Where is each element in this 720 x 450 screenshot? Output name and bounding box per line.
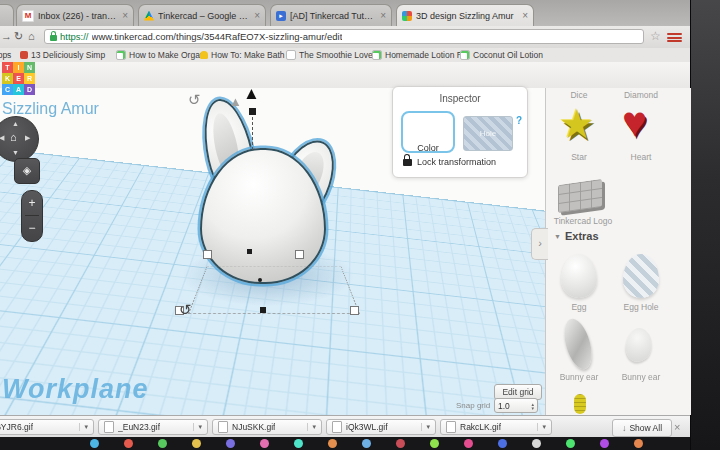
address-bar[interactable]: https:// www.tinkercad.com/things/3544Ra… (44, 29, 644, 44)
bookmark-favicon (20, 51, 28, 59)
workplane-label: Workplane (2, 374, 149, 405)
inspector-panel: Inspector Color Hole ? Lock transformati… (392, 86, 528, 178)
screen: M Inbox (226) - tran.cao × Tinkercad – G… (0, 0, 720, 450)
bookmark-apps[interactable]: Apps (0, 50, 11, 60)
download-chip[interactable]: RakcLK.gif ▾ (440, 419, 552, 435)
chevron-down-icon[interactable]: ▾ (79, 423, 88, 431)
extras-section-header[interactable]: ▼ Extras (554, 230, 599, 242)
zoom-controls[interactable]: + − (21, 190, 43, 242)
show-all-downloads-button[interactable]: ↓ Show All (612, 419, 672, 437)
download-chip[interactable]: U6YJR6.gif ▾ (0, 419, 94, 435)
arrow-down-icon[interactable]: ▼ (12, 149, 19, 156)
chevron-down-icon[interactable]: ▾ (307, 423, 316, 431)
shape-label-tinkercad-logo[interactable]: Tinkercad Logo (548, 216, 618, 226)
bunny-ear-shape-thumb[interactable] (624, 326, 654, 363)
close-icon[interactable]: × (522, 11, 528, 21)
partial-tab[interactable] (0, 4, 14, 26)
forward-icon[interactable]: → (1, 30, 12, 42)
inspector-title: Inspector (393, 93, 527, 104)
zoom-in-button[interactable]: + (22, 191, 42, 215)
egg-hole-shape-thumb[interactable] (623, 254, 659, 298)
sidebar-collapse-button[interactable]: › (531, 228, 548, 260)
view-cube-button[interactable]: ◈ (14, 158, 40, 184)
bunny-ear-shape-thumb[interactable] (559, 316, 596, 373)
file-icon (218, 421, 228, 433)
tab-inbox[interactable]: M Inbox (226) - tran.cao × (16, 4, 134, 26)
zoom-out-button[interactable]: − (22, 216, 42, 240)
bookmark-item[interactable]: How to Make Organ (116, 50, 205, 60)
bell-icon (200, 51, 208, 59)
mid-handle[interactable] (247, 249, 252, 254)
download-icon: ↓ (622, 423, 627, 433)
tab-drive[interactable]: Tinkercad – Google Drive × (138, 4, 266, 26)
bookmark-item[interactable]: Coconut Oil Lotion (460, 50, 543, 60)
arrow-up-icon[interactable]: ▲ (12, 120, 19, 127)
shape-label-egg-hole[interactable]: Egg Hole (610, 302, 672, 312)
download-chip[interactable]: NJuSKK.gif ▾ (212, 419, 322, 435)
egg-shape-thumb[interactable] (561, 254, 597, 298)
close-icon[interactable]: × (674, 421, 680, 433)
arrow-right-icon[interactable]: ▶ (25, 134, 30, 142)
scale-handle[interactable] (295, 250, 304, 259)
snap-grid-select[interactable]: 1.0 ▴▾ (494, 398, 538, 413)
rotate-handle-icon[interactable]: ↺ (188, 93, 201, 107)
color-button[interactable]: Color (401, 111, 455, 153)
design-title: Sizzling Amur (2, 100, 99, 118)
close-icon[interactable]: × (122, 11, 128, 21)
bookmark-star-icon[interactable]: ☆ (650, 29, 661, 43)
chevron-down-icon[interactable]: ▾ (537, 423, 546, 431)
stepper-icon[interactable]: ▴▾ (531, 402, 534, 410)
move-up-arrow-icon[interactable]: ▲ (243, 88, 260, 102)
lock-transformation[interactable]: Lock transformation (403, 157, 496, 167)
lock-icon (403, 159, 412, 166)
close-icon[interactable]: × (380, 11, 386, 21)
help-link[interactable]: ? (516, 115, 522, 126)
scale-handle[interactable] (350, 306, 359, 315)
close-icon[interactable]: × (254, 11, 260, 21)
shape-label-dice[interactable]: Dice (548, 90, 610, 100)
corn-shape-thumb[interactable] (574, 394, 586, 414)
tab-tinkercad-design[interactable]: 3D design Sizzling Amur × (396, 4, 534, 26)
bookmark-item[interactable]: The Smoothie Lover (286, 50, 376, 60)
shape-label-bunny-ear[interactable]: Bunny ear (610, 372, 672, 382)
shape-label-star[interactable]: Star (548, 152, 610, 162)
star-shape-thumb[interactable]: ★ (559, 104, 595, 144)
home-view-icon[interactable]: ⌂ (10, 131, 17, 143)
tinkercad-favicon (402, 11, 412, 21)
shape-label-heart[interactable]: Heart (610, 152, 672, 162)
shapes-sidebar: Dice Diamond ★ ♥ Star Heart Tinkercad Lo… (545, 88, 691, 415)
move-up-arrow-ghost-icon: ▲ (229, 94, 242, 110)
tinkercad-logo[interactable]: T I N K E R C A D (2, 62, 35, 95)
bookmarks-bar: Apps 13 Deliciously Simp How to Make Org… (0, 48, 690, 63)
reload-icon[interactable]: ↻ (14, 30, 23, 43)
bookmark-favicon (116, 50, 126, 60)
https-lock-icon (50, 35, 57, 41)
chrome-menu-icon[interactable] (667, 33, 682, 43)
home-icon[interactable]: ⌂ (28, 30, 35, 42)
tab-tutorial[interactable]: ▸ [AD] Tinkercad Tutorial × (270, 4, 392, 26)
tinkercad-toolbar: Design Edit Help ↶ Undo ↷ Redo ✕▾ Adjust… (0, 62, 690, 89)
page-icon (286, 50, 296, 60)
download-chip[interactable]: _EuN23.gif ▾ (98, 419, 208, 435)
video-favicon: ▸ (276, 11, 286, 21)
chevron-down-icon[interactable]: ▾ (193, 423, 202, 431)
rotate-handle-icon[interactable]: ↺ (179, 303, 192, 317)
arrow-left-icon[interactable]: ◀ (0, 134, 4, 142)
bookmark-item[interactable]: How To: Make Bath (200, 50, 285, 60)
mid-handle[interactable] (260, 307, 266, 313)
tinkercad-logo-shape-thumb[interactable] (558, 179, 602, 213)
download-chip[interactable]: iQk3WL.gif ▾ (326, 419, 436, 435)
bookmark-item[interactable]: Homemade Lotion R (372, 50, 463, 60)
dock-app-icons[interactable] (90, 439, 99, 448)
heart-shape-thumb[interactable]: ♥ (622, 102, 647, 142)
hole-button[interactable]: Hole (463, 116, 513, 151)
scale-handle[interactable] (203, 250, 212, 259)
height-handle[interactable] (249, 108, 256, 115)
chevron-down-icon[interactable]: ▾ (421, 423, 430, 431)
shape-label-egg[interactable]: Egg (548, 302, 610, 312)
shape-label-bunny-ear[interactable]: Bunny ear (548, 372, 610, 382)
bookmark-item[interactable]: 13 Deliciously Simp (20, 50, 105, 60)
tab-label: [AD] Tinkercad Tutorial (290, 11, 376, 21)
file-icon (332, 421, 342, 433)
dock[interactable] (0, 437, 690, 450)
